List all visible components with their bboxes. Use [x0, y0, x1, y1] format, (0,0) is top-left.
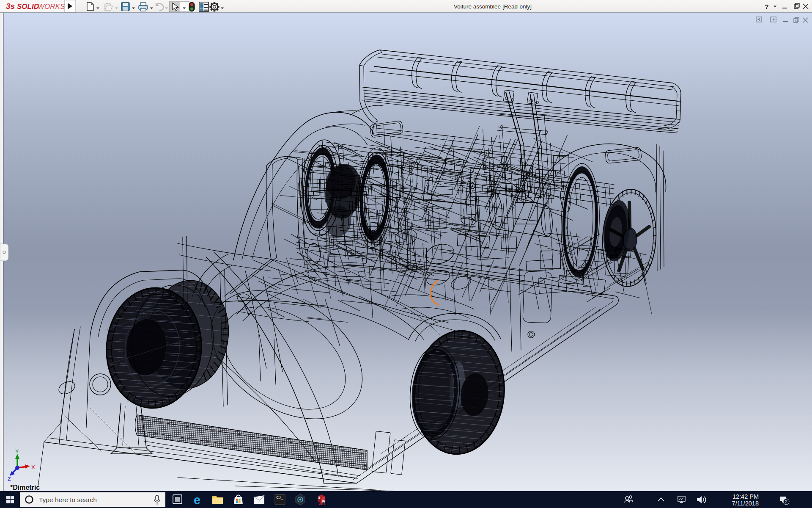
svg-text:7/11/2018: 7/11/2018: [732, 500, 759, 507]
svg-text:?: ?: [765, 3, 768, 10]
svg-text:Y: Y: [15, 448, 19, 455]
svg-text:WORKS: WORKS: [38, 3, 65, 11]
svg-text:e: e: [194, 493, 200, 507]
svg-text:SOLID: SOLID: [17, 3, 39, 11]
svg-text:2: 2: [785, 499, 787, 504]
svg-text:*Dimetric: *Dimetric: [10, 484, 40, 491]
svg-text:Type here to search: Type here to search: [39, 496, 97, 503]
svg-text:Voiture assomblee [Read-only]: Voiture assomblee [Read-only]: [454, 3, 532, 10]
svg-text:X: X: [31, 464, 35, 470]
svg-text:12:42 PM: 12:42 PM: [732, 493, 759, 500]
svg-text:2017: 2017: [318, 502, 325, 505]
svg-text:C:\_: C:\_: [276, 495, 284, 500]
svg-text:S: S: [318, 496, 321, 500]
svg-text:Z: Z: [8, 476, 11, 482]
svg-text:3s: 3s: [6, 2, 15, 11]
